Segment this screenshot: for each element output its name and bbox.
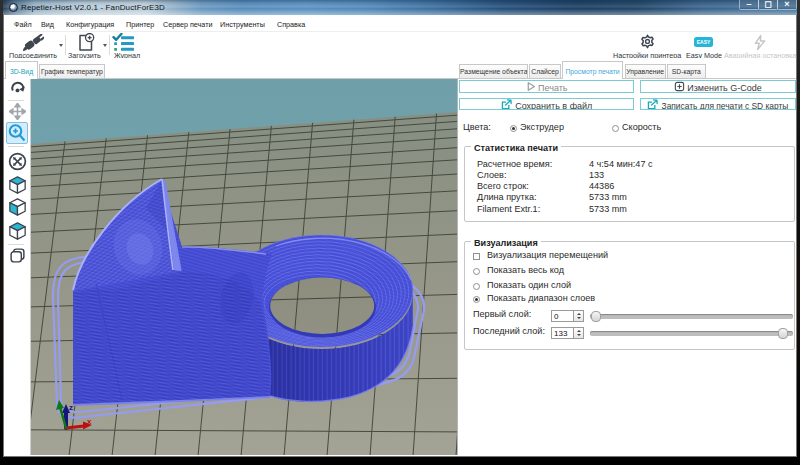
- svg-text:x: x: [87, 417, 92, 426]
- svg-text:z: z: [69, 403, 73, 412]
